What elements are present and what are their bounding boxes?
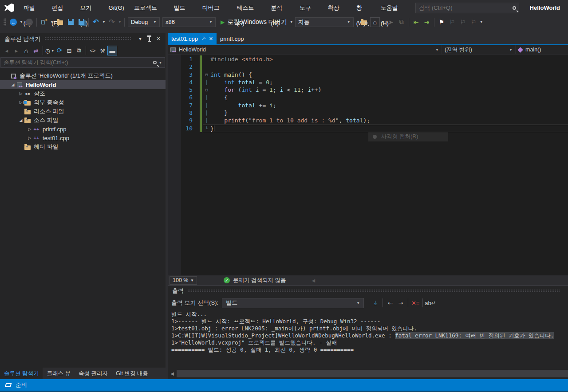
code-line-10[interactable]: 10└}: [168, 125, 568, 132]
menu-item-11[interactable]: 창(W): [351, 0, 376, 16]
open-file-button[interactable]: [55, 17, 65, 27]
member-combo[interactable]: main(): [516, 45, 568, 54]
solution-configuration-combo[interactable]: Debug▼: [128, 17, 160, 27]
sync-with-active-document-icon[interactable]: ⇄: [31, 46, 41, 55]
solution-explorer-search-box[interactable]: ▼: [0, 57, 165, 68]
increase-indent-button[interactable]: ⇥: [422, 17, 432, 27]
window-position-dropdown[interactable]: ▼: [136, 37, 145, 41]
hscroll-thumb[interactable]: [177, 370, 568, 377]
panel-drag-texture[interactable]: [44, 37, 132, 40]
tab-pin-icon[interactable]: ⊤: [200, 36, 206, 42]
preview-selected-items-toggle[interactable]: ▬: [107, 46, 117, 55]
code-line-5[interactable]: 5⊟ for (int i = 1; i < 11; i++): [168, 86, 568, 94]
expander-collapsed-icon[interactable]: ▷: [18, 100, 24, 105]
project-scope-combo[interactable]: HelloWorld ▼: [168, 45, 442, 54]
next-message-icon[interactable]: ⇢: [395, 298, 406, 308]
output-text[interactable]: 빌드 시작...1>------ 빌드 시작: 프로젝트: HelloWorld…: [168, 310, 568, 368]
menu-item-1[interactable]: 편집(E): [47, 0, 75, 16]
menu-item-3[interactable]: Git(G): [104, 0, 129, 16]
code-line-3[interactable]: 3⊟int main() {: [168, 71, 568, 78]
pin-icon[interactable]: [149, 37, 150, 41]
sync-cursor-button[interactable]: ➤: [386, 17, 396, 27]
home-icon[interactable]: ⌂: [21, 46, 31, 55]
navigate-forward-button[interactable]: →: [24, 17, 34, 27]
redo-button[interactable]: ↷: [107, 17, 117, 27]
copy-item-button[interactable]: ⧉: [397, 17, 406, 27]
code-line-8[interactable]: 8│ }: [168, 109, 568, 117]
menu-item-8[interactable]: 분석(N): [266, 0, 295, 16]
expander-expanded-icon[interactable]: ◢: [10, 82, 16, 87]
hscroll-left-arrow-icon[interactable]: ◀: [312, 278, 315, 283]
tool-tab-솔루션 탐색기[interactable]: 솔루션 탐색기: [0, 368, 43, 379]
expander-collapsed-icon[interactable]: ▷: [27, 136, 33, 140]
tree-item-HelloWorld[interactable]: ◢HelloWorld: [0, 80, 166, 89]
tree-item-test01.cpp[interactable]: ▷++test01.cpp: [0, 133, 166, 142]
document-health-ok-icon[interactable]: ✓: [224, 277, 230, 283]
solution-platform-combo[interactable]: x86▼: [162, 17, 216, 27]
menu-item-6[interactable]: 디버그(D): [197, 0, 232, 16]
collapse-all-icon[interactable]: ⊟: [64, 46, 74, 55]
decrease-indent-button[interactable]: ⇤: [411, 17, 421, 27]
document-tab-printf.cpp[interactable]: printf.cpp: [217, 33, 247, 44]
menu-item-5[interactable]: 빌드(B): [169, 0, 197, 16]
fold-collapse-icon[interactable]: ⊟: [203, 71, 210, 78]
type-scope-combo[interactable]: (전역 범위) ▼: [442, 45, 516, 54]
tab-close-icon[interactable]: ✕: [209, 36, 213, 42]
tree-item-소스 파일[interactable]: ◢소스 파일: [0, 116, 166, 125]
expander-collapsed-icon[interactable]: ▷: [18, 91, 24, 96]
auto-combo[interactable]: 자동▼: [295, 17, 354, 27]
find-in-files-button[interactable]: [359, 17, 369, 27]
forward-button[interactable]: ▸: [12, 46, 21, 55]
clear-bookmarks-button[interactable]: ⚐: [469, 17, 478, 27]
navigate-back-dropdown[interactable]: ▼: [19, 17, 24, 27]
refresh-icon[interactable]: ⟳: [55, 46, 64, 55]
code-line-7[interactable]: 7│ total += i;: [168, 102, 568, 109]
toolbar-grip[interactable]: [4, 18, 6, 26]
word-wrap-icon[interactable]: ab↵: [425, 298, 436, 308]
code-editor[interactable]: 1#include <stdio.h>23⊟int main() {4│ int…: [168, 55, 568, 275]
back-button[interactable]: ◂: [2, 46, 12, 55]
new-project-dropdown[interactable]: ▼: [50, 17, 54, 27]
menu-item-0[interactable]: 파일(F): [19, 0, 47, 16]
expander-collapsed-icon[interactable]: ▷: [27, 127, 33, 131]
next-bookmark-button[interactable]: ⚐: [458, 17, 468, 27]
toggle-bookmark-button[interactable]: ⚑: [437, 17, 446, 27]
fold-collapse-icon[interactable]: ⊟: [203, 86, 210, 94]
expander-expanded-icon[interactable]: ◢: [18, 118, 24, 122]
tree-item-리소스 파일[interactable]: 리소스 파일: [0, 107, 166, 116]
properties-copy-icon[interactable]: ⧉: [74, 46, 84, 55]
close-icon[interactable]: ✕: [154, 36, 163, 42]
home-window-dropdown[interactable]: ▼: [381, 17, 385, 27]
pending-changes-filter-icon[interactable]: ◷▼: [45, 46, 55, 55]
menu-item-4[interactable]: 프로젝트(P): [129, 0, 169, 16]
tool-tab-Git 변경 내용[interactable]: Git 변경 내용: [112, 368, 152, 379]
new-project-button[interactable]: 🗋✶: [39, 17, 49, 27]
output-source-combo[interactable]: 빌드 ▼: [222, 298, 364, 308]
solution-explorer-search-input[interactable]: [4, 59, 153, 66]
code-line-4[interactable]: 4│ int total = 0;: [168, 78, 568, 86]
undo-dropdown[interactable]: ▼: [102, 17, 106, 27]
panel-drag-texture[interactable]: [187, 290, 560, 293]
document-health-text[interactable]: 문제가 검색되지 않음: [233, 277, 286, 284]
quick-search-input[interactable]: [418, 4, 512, 11]
hscroll-left-arrow-icon[interactable]: ◀: [168, 371, 177, 376]
tree-item-printf.cpp[interactable]: ▷++printf.cpp: [0, 125, 166, 133]
tree-item-외부 종속성[interactable]: ▷외부 종속성: [0, 98, 166, 107]
redo-dropdown[interactable]: ▼: [118, 17, 122, 27]
save-all-button[interactable]: [76, 17, 86, 27]
tool-tab-속성 관리자[interactable]: 속성 관리자: [75, 368, 112, 379]
navigate-back-button[interactable]: ←: [8, 17, 18, 27]
menu-item-2[interactable]: 보기(V): [75, 0, 103, 16]
document-tab-test01.cpp[interactable]: test01.cpp⊤✕: [168, 33, 217, 44]
code-line-9[interactable]: 9│ printf("from 1 to 10 add is : %d", to…: [168, 117, 568, 124]
previous-message-icon[interactable]: ⇠: [385, 298, 395, 308]
home-window-button[interactable]: ⌂: [370, 17, 380, 27]
show-all-files-icon[interactable]: <>: [88, 46, 98, 55]
code-line-2[interactable]: 2: [168, 63, 568, 71]
prev-bookmark-button[interactable]: ⚐: [447, 17, 457, 27]
menu-item-10[interactable]: 확장(X): [323, 0, 351, 16]
start-debugging-button[interactable]: ▶ 로컬 Windows 디버거 ▼: [221, 17, 293, 27]
properties-wrench-icon[interactable]: ⚒: [98, 46, 107, 55]
menu-item-12[interactable]: 도움말(H): [376, 0, 410, 16]
undo-button[interactable]: ↶: [91, 17, 101, 27]
